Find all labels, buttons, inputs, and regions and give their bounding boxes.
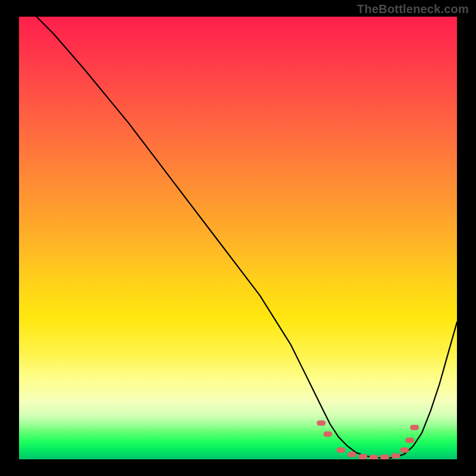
optimal-marker [317, 421, 325, 426]
optimal-marker [347, 452, 356, 457]
watermark-text: TheBottleneck.com [357, 2, 469, 16]
optimal-marker [337, 447, 346, 453]
optimal-marker [380, 455, 389, 459]
chart-frame: TheBottleneck.com [0, 0, 476, 476]
optimal-marker [405, 438, 414, 443]
optimal-marker [323, 431, 332, 437]
chart-svg [19, 17, 457, 459]
optimal-marker [400, 447, 409, 453]
optimal-marker [392, 453, 400, 459]
optimal-marker [369, 455, 378, 459]
optimal-marker [358, 454, 367, 459]
plot-area [19, 17, 457, 459]
bottleneck-curve [36, 17, 457, 458]
optimal-marker [410, 425, 419, 430]
